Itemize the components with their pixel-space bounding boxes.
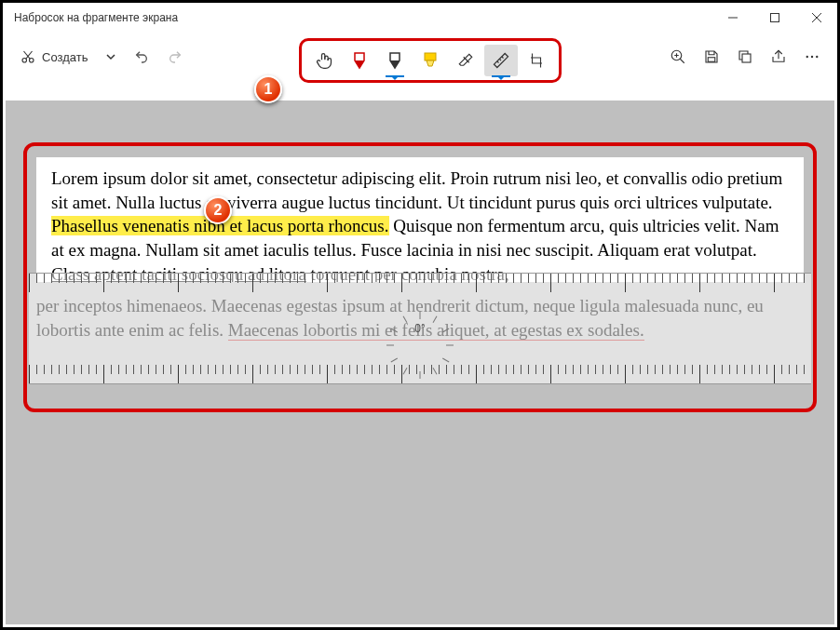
svg-point-10 — [806, 56, 808, 58]
pencil-tool[interactable] — [378, 45, 412, 76]
undo-button[interactable] — [127, 41, 156, 73]
svg-rect-6 — [425, 53, 436, 60]
new-snip-label: Создать — [42, 50, 88, 64]
new-snip-button[interactable]: Создать — [12, 41, 95, 73]
zoom-button[interactable] — [662, 41, 694, 73]
crop-tool[interactable] — [520, 45, 553, 76]
ballpoint-pen-tool[interactable] — [343, 45, 376, 76]
titlebar: Набросок на фрагменте экрана — [3, 3, 837, 33]
window-title: Набросок на фрагменте экрана — [14, 11, 178, 24]
new-snip-dropdown[interactable] — [99, 41, 123, 73]
window-controls — [711, 3, 837, 33]
ruler-overlay[interactable]: per inceptos himenaeos. Maecenas egestas… — [29, 273, 811, 384]
redo-button[interactable] — [160, 41, 190, 73]
eraser-tool[interactable] — [449, 45, 482, 76]
svg-point-12 — [816, 56, 818, 58]
close-button[interactable] — [795, 3, 837, 33]
callout-1: 1 — [254, 75, 282, 103]
highlighter-tool[interactable] — [413, 45, 447, 76]
copy-button[interactable] — [729, 41, 761, 73]
more-button[interactable] — [796, 41, 828, 73]
save-button[interactable] — [696, 41, 727, 73]
maximize-button[interactable] — [753, 3, 795, 33]
share-button[interactable] — [763, 41, 794, 73]
ruler-ticks-top — [29, 274, 811, 292]
svg-point-11 — [811, 56, 813, 58]
ruler-angle-label: 0° — [414, 322, 425, 335]
toolbar: Создать — [3, 33, 837, 81]
svg-rect-8 — [708, 58, 715, 62]
drawing-tools-group — [299, 38, 562, 83]
svg-rect-9 — [742, 54, 751, 62]
doc-text: Lorem ipsum dolor sit amet, consectetur … — [51, 168, 782, 212]
touch-writing-tool[interactable] — [307, 45, 341, 76]
minimize-button[interactable] — [711, 3, 753, 33]
svg-rect-1 — [770, 14, 779, 22]
ruler-tool[interactable] — [484, 45, 518, 76]
callout-2: 2 — [204, 196, 232, 224]
captured-document: Lorem ipsum dolor sit amet, consectetur … — [36, 157, 804, 282]
